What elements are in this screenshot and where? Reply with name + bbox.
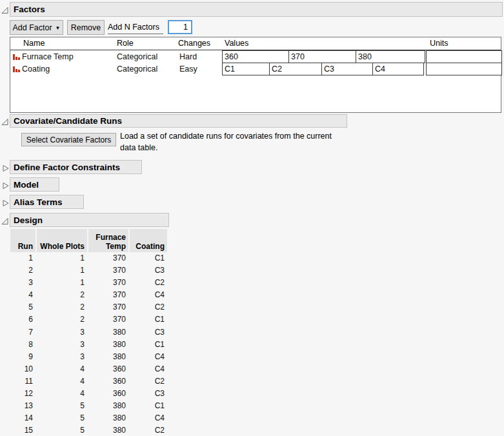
design-run-cell: 14 <box>10 412 35 424</box>
remove-button[interactable]: Remove <box>67 20 105 35</box>
design-coating-cell: C2 <box>130 277 167 289</box>
design-furnace-temp-cell: 370 <box>88 301 128 313</box>
covariate-description-line1: Load a set of candidate runs for covaria… <box>120 131 359 143</box>
factor-value-cell[interactable]: C4 <box>372 63 424 75</box>
factor-role-cell[interactable]: Categorical <box>117 63 157 75</box>
design-coating-cell: C4 <box>130 351 167 363</box>
factors-disclosure-open-icon[interactable] <box>1 5 9 13</box>
design-furnace-temp-cell: 360 <box>88 363 128 375</box>
design-whole-plot-cell: 1 <box>37 252 87 264</box>
factor-changes-cell[interactable]: Easy <box>179 63 197 75</box>
factor-name-text: Coating <box>22 64 50 74</box>
design-run-cell: 2 <box>10 264 35 277</box>
factor-row-furnace-temp: Furnace Temp Categorical Hard 360 370 38… <box>10 50 502 63</box>
design-whole-plot-cell: 3 <box>37 339 87 351</box>
design-table-body: 1 1 370 C1 2 1 370 C3 3 1 370 C2 4 2 370… <box>10 252 167 436</box>
design-run-cell: 12 <box>10 388 35 400</box>
design-run-cell: 9 <box>10 351 35 363</box>
design-whole-plot-cell: 1 <box>37 264 87 277</box>
factor-value-cell[interactable]: 360 <box>222 50 289 63</box>
design-table-row: 10 4 360 C4 <box>10 363 167 375</box>
factor-units-cell[interactable] <box>426 63 502 75</box>
design-run-cell: 8 <box>10 339 35 351</box>
factors-table: Name Role Changes Values Units Furnace T… <box>10 37 501 113</box>
design-coating-cell: C4 <box>130 289 167 301</box>
factors-section-header[interactable]: Factors <box>10 2 503 17</box>
col-header-name: Name <box>23 37 45 50</box>
factor-units-cell[interactable] <box>426 50 502 63</box>
design-coating-cell: C3 <box>130 326 167 339</box>
n-factors-input[interactable] <box>168 20 192 34</box>
covariate-description: Load a set of candidate runs for covaria… <box>120 131 359 154</box>
model-section-title: Model <box>14 180 39 190</box>
factors-section-title: Factors <box>14 5 45 14</box>
factor-changes-cell[interactable]: Hard <box>179 50 197 63</box>
design-furnace-temp-cell: 380 <box>88 339 128 351</box>
design-coating-cell: C4 <box>130 412 167 424</box>
add-n-factors-label: Add N Factors <box>108 20 163 34</box>
chevron-down-icon: ▼ <box>55 26 61 31</box>
design-table-row: 5 2 370 C2 <box>10 301 167 313</box>
design-disclosure-open-icon[interactable] <box>1 216 9 224</box>
factor-role-cell[interactable]: Categorical <box>117 50 157 63</box>
factor-value-cell[interactable]: C2 <box>269 63 322 75</box>
design-section-header[interactable]: Design <box>10 213 169 227</box>
remove-label: Remove <box>71 23 101 32</box>
covariate-disclosure-open-icon[interactable] <box>1 117 9 124</box>
factors-table-header-row: Name Role Changes Values Units <box>10 37 501 50</box>
design-col-header-run: Run <box>10 229 35 252</box>
design-table-row: 1 1 370 C1 <box>10 252 167 264</box>
design-col-header-furnace-temp: Furnace Temp <box>88 229 128 252</box>
design-table-row: 6 2 370 C1 <box>10 313 167 326</box>
design-whole-plot-cell: 2 <box>37 289 87 301</box>
design-whole-plot-cell: 2 <box>37 301 87 313</box>
design-table-row: 14 5 380 C4 <box>10 412 167 424</box>
design-table-row: 3 1 370 C2 <box>10 277 167 289</box>
design-whole-plot-cell: 2 <box>37 313 87 326</box>
define-factor-constraints-header[interactable]: Define Factor Constraints <box>10 160 142 174</box>
design-whole-plot-cell: 4 <box>37 388 87 400</box>
design-section-title: Design <box>14 215 43 225</box>
design-coating-cell: C1 <box>130 339 167 351</box>
model-section-header[interactable]: Model <box>10 177 59 192</box>
constraints-disclosure-closed-icon[interactable] <box>2 163 10 171</box>
covariate-section-header[interactable]: Covariate/Candidate Runs <box>10 114 347 128</box>
alias-terms-section-header[interactable]: Alias Terms <box>10 195 84 209</box>
col-header-changes: Changes <box>178 37 210 50</box>
design-whole-plot-cell: 5 <box>37 424 87 436</box>
factor-value-cell[interactable]: 380 <box>356 50 425 63</box>
design-whole-plot-cell: 1 <box>37 277 87 289</box>
design-run-cell: 10 <box>10 363 35 375</box>
factor-name-cell[interactable]: Furnace Temp <box>13 50 74 63</box>
design-furnace-temp-cell: 370 <box>88 252 128 264</box>
design-run-cell: 1 <box>10 252 35 264</box>
design-coating-cell: C3 <box>130 264 167 277</box>
design-table-row: 15 5 380 C2 <box>10 424 167 436</box>
design-whole-plot-cell: 5 <box>37 412 87 424</box>
design-table-row: 12 4 360 C3 <box>10 388 167 400</box>
design-whole-plot-cell: 3 <box>37 326 87 339</box>
factor-value-cell[interactable]: C3 <box>321 63 373 75</box>
design-run-cell: 6 <box>10 313 35 326</box>
design-run-cell: 4 <box>10 289 35 301</box>
select-covariate-factors-button[interactable]: Select Covariate Factors <box>21 133 116 146</box>
alias-terms-disclosure-closed-icon[interactable] <box>2 198 10 206</box>
factor-name-cell[interactable]: Coating <box>13 63 50 75</box>
design-furnace-temp-cell: 360 <box>88 388 128 400</box>
design-run-cell: 13 <box>10 400 35 412</box>
covariate-description-line2: data table. <box>120 143 359 154</box>
design-col-header-coating: Coating <box>130 229 167 252</box>
factor-value-cell[interactable]: 370 <box>288 50 356 63</box>
select-covariate-factors-label: Select Covariate Factors <box>26 135 111 144</box>
design-coating-cell: C1 <box>130 313 167 326</box>
factor-row-coating: Coating Categorical Easy C1 C2 C3 C4 <box>10 63 502 75</box>
design-col-header-whole-plots: Whole Plots <box>37 229 87 252</box>
design-run-cell: 7 <box>10 326 35 339</box>
custom-design-panel: Factors Add Factor ▼ Remove Add N Factor… <box>0 0 504 436</box>
design-furnace-temp-cell: 370 <box>88 289 128 301</box>
design-table-row: 2 1 370 C3 <box>10 264 167 277</box>
model-disclosure-closed-icon[interactable] <box>2 181 10 188</box>
add-factor-button[interactable]: Add Factor ▼ <box>10 20 63 35</box>
col-header-values: Values <box>225 37 248 50</box>
factor-value-cell[interactable]: C1 <box>222 63 270 75</box>
